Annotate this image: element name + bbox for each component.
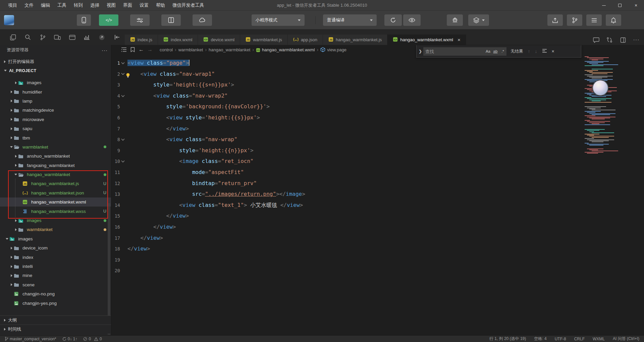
card-icon[interactable] xyxy=(68,34,76,41)
minimap[interactable] xyxy=(584,56,622,154)
code-line-11[interactable]: 11 mode="aspectFit" xyxy=(111,167,644,178)
compile-select[interactable]: 普通编译 xyxy=(323,14,377,26)
compile-refresh-button[interactable] xyxy=(384,14,402,26)
version-control-button[interactable] xyxy=(567,14,582,26)
menu-item-3[interactable]: 工具 xyxy=(54,1,70,10)
tab-hangao_warmblanket.wxml[interactable]: <>hangao_warmblanket.wxml× xyxy=(387,35,466,45)
sync-status[interactable]: 0↓ 1↑ xyxy=(62,337,77,341)
ai-assistant[interactable]: AI 问答 (Ctrl+I) xyxy=(613,336,639,342)
devices-icon[interactable] xyxy=(54,34,61,41)
simulator-button[interactable] xyxy=(77,14,91,26)
tab-warmblanket.js[interactable]: JSwarmblanket.js xyxy=(240,35,288,45)
tree-item-changjin-no.png[interactable]: changjin-no.png xyxy=(0,289,111,298)
breadcrumb-symbol[interactable]: view.page xyxy=(320,47,346,52)
menu-button[interactable] xyxy=(586,14,602,26)
problems-status[interactable]: 0 0 xyxy=(83,337,102,341)
compare-changes-icon[interactable] xyxy=(606,36,613,44)
menu-item-9[interactable]: 帮助 xyxy=(153,1,168,10)
find-in-selection-icon[interactable] xyxy=(542,49,547,54)
find-previous-icon[interactable]: ↑ xyxy=(528,49,530,54)
indentation[interactable]: 空格: 4 xyxy=(534,336,546,342)
layers-button[interactable] xyxy=(468,14,489,26)
code-line-1[interactable]: 1<view class="page"> xyxy=(111,58,644,69)
tree-item-fangxaing_warmblanket[interactable]: fangxaing_warmblanket xyxy=(0,161,111,170)
tree-item-sapu[interactable]: sapu xyxy=(0,124,111,133)
code-line-3[interactable]: 3 style='height:{{s+n}}px'> xyxy=(111,79,644,91)
maximize-button[interactable] xyxy=(612,0,628,11)
tree-item-hangao_warmblanket.wxml[interactable]: <>hangao_warmblanket.wxml xyxy=(0,197,111,207)
breadcrumb-item[interactable]: warmblanket xyxy=(178,47,203,52)
language-mode[interactable]: WXML xyxy=(593,337,605,341)
menu-item-10[interactable]: 微信开发者工具 xyxy=(169,1,208,10)
code-line-9[interactable]: 9 style='height:{{n}}px'> xyxy=(111,145,644,156)
outline-section[interactable]: 大纲 xyxy=(0,316,111,325)
code-line-17[interactable]: 17 </view> xyxy=(111,233,644,244)
fold-chevron-icon[interactable] xyxy=(120,156,125,167)
split-panel-button[interactable] xyxy=(161,14,181,26)
tree-item-hangao_warmblanket.js[interactable]: JShangao_warmblanket.jsU xyxy=(0,179,111,188)
sidebar-scrollbar[interactable] xyxy=(108,203,110,335)
tree-item-images[interactable]: images xyxy=(0,216,111,225)
code-line-14[interactable]: 14 <view class="text_1"> 小艾水暖毯 </view> xyxy=(111,200,644,211)
breadcrumb-file[interactable]: <>hangao_warmblanket.wxml xyxy=(256,47,315,52)
code-line-15[interactable]: 15 </view> xyxy=(111,211,644,222)
pages-icon[interactable] xyxy=(9,34,17,41)
menu-item-8[interactable]: 设置 xyxy=(136,1,152,10)
find-input[interactable] xyxy=(423,49,484,54)
tree-item-humidifier[interactable]: humidifier xyxy=(0,87,111,96)
encoding[interactable]: UTF-8 xyxy=(555,337,566,341)
tree-item-changjin-yes.png[interactable]: changjin-yes.png xyxy=(0,298,111,307)
tab-index.js[interactable]: JSindex.js xyxy=(125,35,158,45)
breadcrumb-item[interactable]: hangao_warmblanket xyxy=(209,47,250,52)
menu-item-0[interactable]: 项目 xyxy=(5,1,20,10)
more-actions-icon[interactable]: ··· xyxy=(633,36,640,44)
project-root-section[interactable]: AI_PROJECT xyxy=(0,66,111,75)
eol-sequence[interactable]: CRLF xyxy=(574,337,585,341)
mode-select[interactable]: 小程序模式 xyxy=(252,14,305,26)
close-tab-icon[interactable]: × xyxy=(458,37,461,43)
tab-app.json[interactable]: {…}app.json xyxy=(288,35,323,45)
git-branch-status[interactable]: master_compact_version* xyxy=(5,337,56,341)
preview-button[interactable] xyxy=(403,14,421,26)
fold-chevron-icon[interactable] xyxy=(120,69,125,80)
minimize-button[interactable] xyxy=(596,0,612,11)
comment-icon[interactable] xyxy=(592,36,600,44)
code-area[interactable]: 1<view class="page">2 <view class="nav-w… xyxy=(111,58,644,276)
code-line-8[interactable]: 8 <view class="nav-wrap" xyxy=(111,134,644,145)
fold-chevron-icon[interactable] xyxy=(120,134,125,145)
stats-icon[interactable] xyxy=(83,34,91,41)
cursor-position[interactable]: 行 1, 列 20 (选中 19) xyxy=(489,336,526,342)
breadcrumb-item[interactable]: control xyxy=(160,47,173,52)
tree-item-anshuo_warmblanket[interactable]: anshuo_warmblanket xyxy=(0,152,111,161)
split-editor-icon[interactable] xyxy=(619,36,627,44)
explorer-more-icon[interactable]: ··· xyxy=(102,47,108,53)
timeline-section[interactable]: 时间线 xyxy=(0,325,111,334)
close-button[interactable]: × xyxy=(628,0,644,11)
whole-word-toggle[interactable]: ab xyxy=(492,49,499,53)
tree-item-warmblanket[interactable]: warmblanket xyxy=(0,225,111,234)
menu-item-5[interactable]: 选择 xyxy=(87,1,103,10)
code-line-2[interactable]: 2 <view class="nav-wrap1" xyxy=(111,69,644,80)
tab-index.wxml[interactable]: <>index.wxml xyxy=(158,35,198,45)
user-avatar[interactable] xyxy=(4,15,14,25)
tree-item-microwave[interactable]: microwave xyxy=(0,115,111,124)
code-line-4[interactable]: 4 <view class="nav-wrap2" xyxy=(111,91,644,102)
find-next-icon[interactable]: ↓ xyxy=(535,49,537,54)
tree-item-mine[interactable]: mine xyxy=(0,271,111,280)
tree-item-tbm[interactable]: tbm xyxy=(0,133,111,142)
tab-hangao_warmblanket.js[interactable]: JShangao_warmblanket.js xyxy=(323,35,387,45)
menu-item-6[interactable]: 视图 xyxy=(103,1,119,10)
cloud-button[interactable] xyxy=(193,14,212,26)
tree-item-intelli[interactable]: intelli xyxy=(0,262,111,271)
editor-focus-icon[interactable] xyxy=(113,34,121,41)
match-case-toggle[interactable]: Aa xyxy=(484,49,492,53)
code-line-20[interactable]: 20 xyxy=(111,265,644,276)
settings-toggle-button[interactable] xyxy=(130,14,150,26)
tab-device.wxml[interactable]: <>device.wxml xyxy=(198,35,240,45)
tree-item-matchingdevice[interactable]: matchingdevice xyxy=(0,106,111,115)
outline-list-icon[interactable] xyxy=(120,46,127,53)
search-icon[interactable] xyxy=(24,34,32,41)
upload-button[interactable] xyxy=(547,14,563,26)
tree-item-scene[interactable]: scene xyxy=(0,280,111,289)
tree-item-images[interactable]: images xyxy=(0,78,111,87)
